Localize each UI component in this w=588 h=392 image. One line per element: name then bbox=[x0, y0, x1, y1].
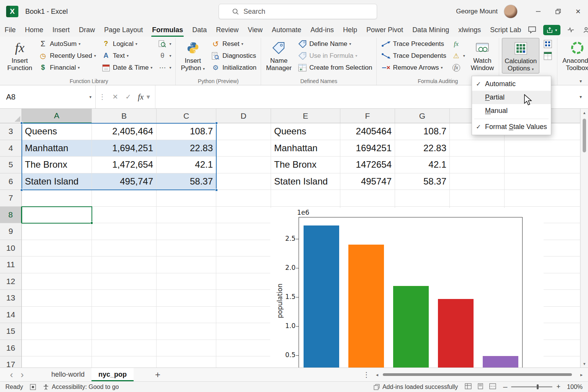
cell-E7[interactable] bbox=[271, 190, 340, 207]
cell-C11[interactable] bbox=[157, 256, 216, 273]
cell-B6[interactable]: 495,747 bbox=[92, 173, 157, 190]
trace-dependents-button[interactable]: Trace Dependents bbox=[379, 50, 448, 62]
column-header-A[interactable]: A bbox=[22, 109, 92, 123]
row-header-4[interactable]: 4 bbox=[0, 140, 22, 157]
column-header-B[interactable]: B bbox=[92, 109, 157, 123]
horizontal-scroll-track[interactable] bbox=[381, 373, 577, 377]
normal-view-button[interactable] bbox=[465, 383, 472, 391]
cell-G3[interactable]: 108.7 bbox=[395, 123, 450, 140]
column-header-D[interactable]: D bbox=[216, 109, 271, 123]
cell-C15[interactable] bbox=[157, 323, 216, 340]
insert-python-button[interactable]: InsertPython ▾ bbox=[178, 38, 207, 73]
row-header-14[interactable]: 14 bbox=[0, 307, 22, 323]
text-button[interactable]: AText▾ bbox=[100, 50, 154, 62]
minimize-button[interactable] bbox=[528, 0, 548, 23]
ribbon-tab-add-ins[interactable]: Add-ins bbox=[306, 23, 338, 37]
avatar[interactable] bbox=[504, 5, 518, 18]
cancel-button[interactable]: ✕ bbox=[109, 85, 122, 108]
financial-button[interactable]: $Financial▾ bbox=[36, 62, 98, 74]
cell-G7[interactable] bbox=[395, 190, 450, 207]
menu-item-partial[interactable]: Partial bbox=[472, 91, 551, 104]
name-manager-button[interactable]: NameManager bbox=[264, 38, 294, 73]
zoom-slider-thumb[interactable] bbox=[537, 384, 539, 389]
name-box-chevron-icon[interactable]: ▾ bbox=[89, 95, 91, 100]
cell-A3[interactable]: Queens bbox=[22, 123, 92, 140]
lookup-reference-button[interactable]: ▾ bbox=[156, 38, 173, 50]
row-header-13[interactable]: 13 bbox=[0, 290, 22, 307]
autosum-button[interactable]: ΣAutoSum▾ bbox=[36, 38, 98, 50]
cell-x85[interactable] bbox=[505, 157, 580, 173]
cell-A4[interactable]: Manhattan bbox=[22, 140, 92, 157]
row-header-16[interactable]: 16 bbox=[0, 340, 22, 357]
cell-A16[interactable] bbox=[22, 340, 92, 357]
cell-D11[interactable] bbox=[216, 256, 271, 273]
create-from-selection-button[interactable]: Create from Selection bbox=[296, 62, 374, 74]
row-header-11[interactable]: 11 bbox=[0, 256, 22, 273]
cell-C8[interactable] bbox=[157, 207, 216, 224]
row-header-6[interactable]: 6 bbox=[0, 173, 22, 190]
scroll-up-icon[interactable]: ▴ bbox=[583, 109, 586, 116]
cell-B4[interactable]: 1,694,251 bbox=[92, 140, 157, 157]
cell-B13[interactable] bbox=[92, 290, 157, 307]
ribbon-tab-view[interactable]: View bbox=[243, 23, 267, 37]
formula-bar-options-icon[interactable]: ⋮ bbox=[96, 85, 109, 108]
zoom-slider[interactable] bbox=[511, 386, 552, 387]
cell-D16[interactable] bbox=[216, 340, 271, 357]
cell-D15[interactable] bbox=[216, 323, 271, 340]
cell-D10[interactable] bbox=[216, 240, 271, 257]
initialization-button[interactable]: ⚙Initialization bbox=[209, 62, 258, 74]
sheet-tabs-more-icon[interactable]: ⋮ bbox=[360, 371, 373, 379]
comments-button[interactable] bbox=[526, 25, 539, 35]
row-header-10[interactable]: 10 bbox=[0, 240, 22, 257]
cell-C4[interactable]: 22.83 bbox=[157, 140, 216, 157]
cell-x87[interactable] bbox=[505, 190, 580, 207]
search-input[interactable]: Search bbox=[219, 4, 377, 19]
row-header-15[interactable]: 15 bbox=[0, 323, 22, 340]
calculate-sheet-button[interactable] bbox=[541, 50, 554, 62]
addins-status[interactable]: Add-ins loaded successfully bbox=[374, 384, 458, 390]
row-header-17[interactable]: 17 bbox=[0, 356, 22, 368]
cell-B15[interactable] bbox=[92, 323, 157, 340]
cell-B14[interactable] bbox=[92, 307, 157, 323]
zoom-percentage[interactable]: 100% bbox=[564, 384, 583, 390]
vertical-scroll-thumb[interactable] bbox=[583, 119, 586, 152]
cell-B11[interactable] bbox=[92, 256, 157, 273]
cell-D9[interactable] bbox=[216, 223, 271, 240]
scroll-right-icon[interactable]: ▸ bbox=[577, 372, 586, 377]
select-all-corner[interactable] bbox=[0, 109, 22, 123]
cell-A5[interactable]: The Bronx bbox=[22, 157, 92, 173]
ribbon-tab-draw[interactable]: Draw bbox=[74, 23, 100, 37]
column-header-G[interactable]: G bbox=[395, 109, 450, 123]
cell-B12[interactable] bbox=[92, 273, 157, 290]
error-checking-button[interactable]: ⚠▾ bbox=[450, 50, 467, 62]
zoom-in-button[interactable]: + bbox=[556, 383, 560, 391]
ribbon-tab-data[interactable]: Data bbox=[188, 23, 211, 37]
collapse-ribbon-icon[interactable]: ▾ bbox=[580, 78, 582, 84]
name-box[interactable]: A8 ▾ bbox=[0, 85, 96, 108]
restore-button[interactable] bbox=[548, 0, 568, 23]
cell-C16[interactable] bbox=[157, 340, 216, 357]
cell-D13[interactable] bbox=[216, 290, 271, 307]
column-header-E[interactable]: E bbox=[271, 109, 340, 123]
menu-item-format-stale-values[interactable]: ✓Format Stale Values bbox=[472, 120, 551, 134]
row-header-8[interactable]: 8 bbox=[0, 207, 22, 224]
cell-C13[interactable] bbox=[157, 290, 216, 307]
cell-D17[interactable] bbox=[216, 356, 271, 368]
cell-G4[interactable]: 22.83 bbox=[395, 140, 450, 157]
embedded-chart[interactable]: 1e6population0.51.01.52.02.5 bbox=[270, 208, 544, 368]
cell-C10[interactable] bbox=[157, 240, 216, 257]
cell-D12[interactable] bbox=[216, 273, 271, 290]
sheet-nav-left-icon[interactable]: ‹ bbox=[6, 370, 17, 379]
cell-A9[interactable] bbox=[22, 223, 92, 240]
cell-F7[interactable] bbox=[340, 190, 395, 207]
cell-A17[interactable] bbox=[22, 356, 92, 368]
cell-x74[interactable] bbox=[450, 140, 505, 157]
row-header-9[interactable]: 9 bbox=[0, 223, 22, 240]
remove-arrows-button[interactable]: Remove Arrows▾ bbox=[379, 62, 448, 74]
cell-A12[interactable] bbox=[22, 273, 92, 290]
fx-chevron-icon[interactable]: ▾ bbox=[144, 85, 152, 108]
cell-F4[interactable]: 1694251 bbox=[340, 140, 395, 157]
cell-A15[interactable] bbox=[22, 323, 92, 340]
cell-B17[interactable] bbox=[92, 356, 157, 368]
scroll-left-icon[interactable]: ◂ bbox=[373, 372, 381, 377]
